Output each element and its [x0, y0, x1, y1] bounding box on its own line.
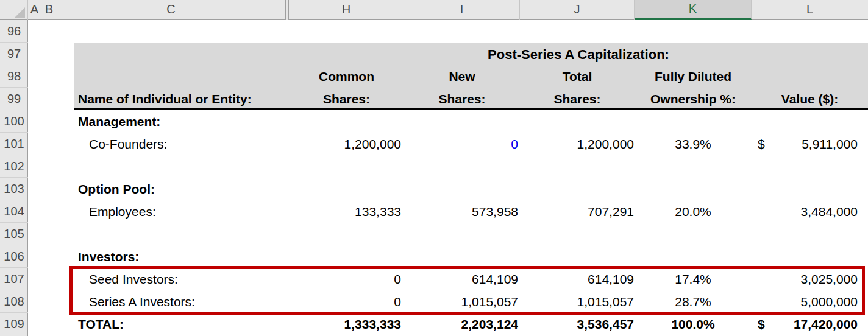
cell-header-new-bottom[interactable]: Shares:	[404, 88, 520, 110]
cell-total-total[interactable]: 3,536,457	[520, 313, 634, 335]
row-header-102[interactable]: 102	[0, 155, 28, 178]
column-header-h[interactable]: H	[289, 0, 404, 20]
column-header-i[interactable]: I	[404, 0, 520, 20]
column-header-strip: A B C H I J K L	[0, 0, 868, 20]
cell-cofounders-new[interactable]: 0	[404, 133, 518, 155]
row-header-107[interactable]: 107	[0, 268, 28, 290]
cell-employees-new[interactable]: 573,958	[404, 200, 518, 223]
cell-cofounders-common[interactable]: 1,200,000	[289, 133, 401, 155]
cell-header-diluted-bottom[interactable]: Ownership %:	[635, 88, 752, 110]
cell-total-new[interactable]: 2,203,124	[404, 313, 518, 335]
row-header-99[interactable]: 99	[0, 88, 28, 110]
red-highlight-box	[69, 266, 865, 315]
select-all-corner[interactable]	[0, 0, 28, 20]
row-header-104[interactable]: 104	[0, 200, 28, 223]
row-header-strip: 96 97 98 99 100 101 102 103 104 105 106 …	[0, 20, 28, 336]
column-header-j[interactable]: J	[520, 0, 635, 20]
column-header-a[interactable]: A	[28, 0, 41, 20]
sheet-row-98: Common New Total Fully Diluted	[28, 65, 868, 88]
cell-total-common[interactable]: 1,333,333	[289, 313, 401, 335]
cell-total-label[interactable]: TOTAL:	[78, 313, 124, 335]
sheet-row-104: Employees: 133,333 573,958 707,291 20.0%…	[28, 200, 868, 223]
cell-table-title[interactable]: Post-Series A Capitalization:	[289, 44, 868, 65]
sheet-row-109: TOTAL: 1,333,333 2,203,124 3,536,457 100…	[28, 313, 868, 335]
cell-cofounders-pct[interactable]: 33.9%	[635, 133, 752, 155]
row-header-109[interactable]: 109	[0, 313, 28, 335]
cell-header-name[interactable]: Name of Individual or Entity:	[78, 88, 252, 110]
cell-section-investors[interactable]: Investors:	[78, 245, 139, 268]
cell-employees-label[interactable]: Employees:	[89, 200, 156, 223]
cell-total-value[interactable]: 17,420,000	[752, 313, 858, 335]
cell-cofounders-label[interactable]: Co-Founders:	[89, 133, 167, 155]
cell-employees-total[interactable]: 707,291	[520, 200, 634, 223]
row-header-98[interactable]: 98	[0, 65, 28, 88]
sheet-row-101: Co-Founders: 1,200,000 0 1,200,000 33.9%…	[28, 133, 868, 155]
cell-header-diluted-top[interactable]: Fully Diluted	[635, 65, 752, 88]
worksheet-canvas[interactable]: Post-Series A Capitalization: Common New…	[28, 20, 868, 336]
column-header-c[interactable]: C	[57, 0, 285, 20]
column-header-k-selected[interactable]: K	[635, 0, 752, 20]
column-header-b[interactable]: B	[41, 0, 57, 20]
sheet-row-103: Option Pool:	[28, 178, 868, 200]
sheet-row-106: Investors:	[28, 245, 868, 268]
cell-header-total-top[interactable]: Total	[520, 65, 635, 88]
cell-section-option-pool[interactable]: Option Pool:	[78, 178, 155, 200]
cell-header-common-top[interactable]: Common	[289, 65, 404, 88]
cell-cofounders-value[interactable]: 5,911,000	[752, 133, 858, 155]
row-header-108[interactable]: 108	[0, 290, 28, 313]
column-header-l[interactable]: L	[752, 0, 868, 20]
cell-employees-pct[interactable]: 20.0%	[635, 200, 752, 223]
cell-header-new-top[interactable]: New	[404, 65, 520, 88]
row-header-103[interactable]: 103	[0, 178, 28, 200]
row-header-105[interactable]: 105	[0, 223, 28, 245]
sheet-row-100: Management:	[28, 110, 868, 133]
cell-employees-common[interactable]: 133,333	[289, 200, 401, 223]
cell-header-value[interactable]: Value ($):	[752, 88, 868, 110]
cell-cofounders-total[interactable]: 1,200,000	[520, 133, 634, 155]
select-all-triangle-icon	[15, 7, 25, 18]
row-header-106[interactable]: 106	[0, 245, 28, 268]
row-header-101[interactable]: 101	[0, 133, 28, 155]
row-header-100[interactable]: 100	[0, 110, 28, 133]
row-header-97[interactable]: 97	[0, 43, 28, 65]
cell-section-management[interactable]: Management:	[78, 110, 160, 133]
cell-header-total-bottom[interactable]: Shares:	[520, 88, 635, 110]
cell-header-common-bottom[interactable]: Shares:	[289, 88, 404, 110]
sheet-row-99: Name of Individual or Entity: Shares: Sh…	[28, 88, 868, 110]
cell-total-pct[interactable]: 100.0%	[635, 313, 752, 335]
cell-employees-value[interactable]: 3,484,000	[752, 200, 858, 223]
spreadsheet-window: A B C H I J K L 96 97 98 99 100 101 102 …	[0, 0, 868, 336]
row-header-96[interactable]: 96	[0, 20, 28, 43]
